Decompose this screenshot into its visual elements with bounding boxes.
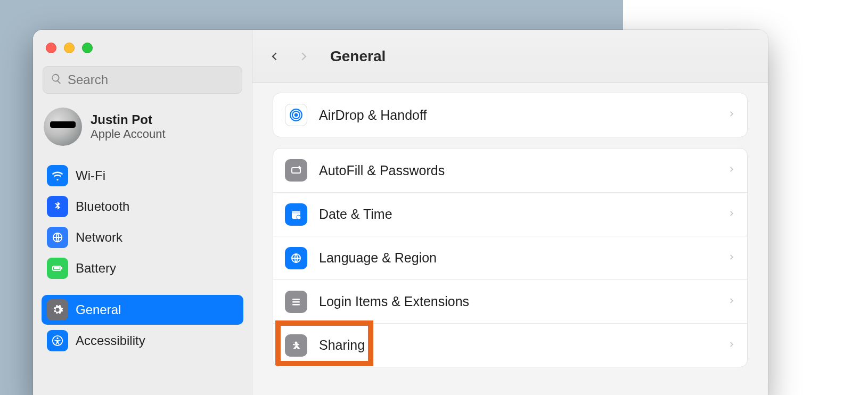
zoom-window-button[interactable] xyxy=(82,43,93,53)
row-autofill-passwords[interactable]: AutoFill & Passwords xyxy=(273,149,747,192)
content-pane: General AirDrop & Handoff xyxy=(252,30,768,395)
svg-rect-11 xyxy=(292,211,300,213)
minimize-window-button[interactable] xyxy=(64,43,75,53)
svg-rect-15 xyxy=(292,301,300,303)
svg-point-6 xyxy=(294,113,298,117)
window-controls xyxy=(38,42,247,66)
passwords-icon xyxy=(285,159,307,182)
accessibility-icon xyxy=(47,330,68,351)
battery-icon xyxy=(47,258,68,279)
settings-group-1: AirDrop & Handoff xyxy=(273,93,748,137)
row-language-region[interactable]: Language & Region xyxy=(273,236,747,279)
sidebar-item-label: General xyxy=(76,302,121,317)
sidebar-nav: Wi-Fi Bluetooth Network Battery xyxy=(38,159,247,358)
account-name: Justin Pot xyxy=(91,112,166,127)
panel-area: AirDrop & Handoff AutoFill & Passwords xyxy=(252,83,768,388)
calendar-icon xyxy=(285,203,307,226)
account-row[interactable]: Justin Pot Apple Account xyxy=(38,103,247,159)
search-field[interactable] xyxy=(43,66,242,94)
row-label: Language & Region xyxy=(319,250,716,266)
search-icon xyxy=(51,73,62,87)
row-login-items[interactable]: Login Items & Extensions xyxy=(273,279,747,323)
sidebar-item-label: Battery xyxy=(76,261,116,276)
svg-point-5 xyxy=(56,338,58,339)
account-subtitle: Apple Account xyxy=(91,127,166,141)
svg-rect-16 xyxy=(292,304,300,306)
settings-group-2: AutoFill & Passwords Date & Time Languag… xyxy=(273,148,748,367)
row-sharing[interactable]: Sharing xyxy=(273,323,747,367)
chevron-right-icon xyxy=(728,208,735,221)
network-icon xyxy=(47,227,68,248)
wifi-icon xyxy=(47,165,68,186)
row-date-time[interactable]: Date & Time xyxy=(273,192,747,236)
close-window-button[interactable] xyxy=(46,43,56,53)
chevron-right-icon xyxy=(728,339,735,352)
sidebar-item-label: Bluetooth xyxy=(76,199,129,214)
list-icon xyxy=(285,291,307,313)
page-title: General xyxy=(330,48,386,65)
sidebar-item-label: Wi-Fi xyxy=(76,168,105,183)
row-label: Sharing xyxy=(319,338,716,353)
chevron-right-icon xyxy=(728,163,735,177)
row-label: AutoFill & Passwords xyxy=(319,163,716,178)
row-label: AirDrop & Handoff xyxy=(319,108,716,123)
globe-icon xyxy=(285,247,307,269)
row-label: Login Items & Extensions xyxy=(319,294,716,309)
forward-button[interactable] xyxy=(295,47,313,65)
toolbar: General xyxy=(252,30,768,83)
search-input[interactable] xyxy=(68,72,234,87)
chevron-right-icon xyxy=(728,108,735,122)
sidebar-item-accessibility[interactable]: Accessibility xyxy=(42,326,243,356)
settings-window: Justin Pot Apple Account Wi-Fi Bluetooth xyxy=(33,30,768,395)
row-airdrop-handoff[interactable]: AirDrop & Handoff xyxy=(273,93,747,137)
sidebar-separator xyxy=(42,284,243,294)
sidebar-item-network[interactable]: Network xyxy=(42,223,243,252)
airdrop-icon xyxy=(285,104,307,126)
back-button[interactable] xyxy=(265,47,283,65)
sidebar-item-bluetooth[interactable]: Bluetooth xyxy=(42,192,243,221)
avatar xyxy=(44,108,82,146)
sidebar: Justin Pot Apple Account Wi-Fi Bluetooth xyxy=(33,30,252,395)
gear-icon xyxy=(47,299,68,320)
chevron-right-icon xyxy=(728,251,735,265)
svg-rect-3 xyxy=(61,267,62,269)
svg-rect-14 xyxy=(292,299,300,300)
sidebar-item-label: Accessibility xyxy=(76,333,145,348)
sidebar-item-battery[interactable]: Battery xyxy=(42,253,243,283)
sharing-icon xyxy=(285,334,307,357)
sidebar-item-general[interactable]: General xyxy=(42,295,243,325)
svg-rect-2 xyxy=(54,267,60,269)
row-label: Date & Time xyxy=(319,207,716,222)
svg-point-12 xyxy=(297,215,301,219)
bluetooth-icon xyxy=(47,196,68,217)
sidebar-item-label: Network xyxy=(76,230,122,245)
chevron-right-icon xyxy=(728,295,735,309)
sidebar-item-wifi[interactable]: Wi-Fi xyxy=(42,161,243,191)
